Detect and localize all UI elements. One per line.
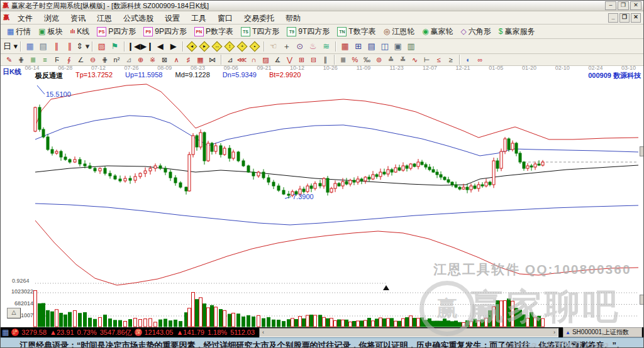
wave-icon[interactable]: ∿ bbox=[409, 55, 421, 64]
mdi-close-button[interactable]: ✕ bbox=[631, 13, 641, 23]
hexagon-button[interactable]: ◇六角形 bbox=[457, 26, 495, 37]
step-down-icon[interactable]: ≥ bbox=[445, 55, 457, 64]
infinity-icon[interactable]: ∞ bbox=[474, 55, 486, 64]
winner-service-button[interactable]: $赢家服务 bbox=[495, 26, 539, 37]
peak-icon[interactable]: ∧ bbox=[170, 55, 182, 64]
hatch-icon[interactable]: ∥ bbox=[319, 55, 331, 64]
sectors-button[interactable]: ▣板块 bbox=[35, 26, 66, 37]
percent-lines-icon[interactable]: % bbox=[349, 55, 361, 64]
arc-icon[interactable]: ∩ bbox=[248, 55, 260, 64]
menu-item-1[interactable]: 浏览 bbox=[38, 14, 65, 23]
band-line-icon[interactable]: ≚ bbox=[397, 55, 409, 64]
last-bar-icon[interactable]: ▶❙ bbox=[140, 41, 153, 52]
sharp-icon[interactable]: ♯ bbox=[182, 55, 194, 64]
target-icon[interactable]: ⊕ bbox=[135, 55, 147, 64]
crosshair-tool-icon[interactable]: ＋ bbox=[280, 41, 293, 52]
gann-diamond-v-icon[interactable]: ↕ bbox=[225, 41, 235, 52]
kline-grid-icon[interactable]: ▧ bbox=[95, 41, 108, 52]
menu-item-5[interactable]: 设置 bbox=[159, 14, 186, 23]
gann-diamond-right-icon[interactable]: ▸ bbox=[199, 41, 210, 52]
grid-plus-icon[interactable]: ⊞ bbox=[296, 55, 308, 64]
candle-style-dropdown[interactable]: ⇕ ▾ bbox=[76, 41, 89, 52]
percent-circle-icon[interactable]: ⊜ bbox=[373, 55, 385, 64]
save-icon[interactable]: ◫ bbox=[378, 41, 391, 52]
permille-icon[interactable]: ‰ bbox=[361, 55, 373, 64]
gann-fan-icon[interactable]: ⊿ bbox=[224, 55, 236, 64]
gann-grid-icon[interactable]: ≡ bbox=[39, 55, 51, 64]
calendar-icon[interactable]: ▦ bbox=[338, 41, 352, 52]
quote-grid-icon[interactable]: ▦ bbox=[2, 329, 9, 336]
gann-wheel-button[interactable]: ◎江恩轮 bbox=[380, 26, 418, 37]
splitter-button-top[interactable] bbox=[640, 146, 644, 156]
vee-icon[interactable]: ⋁ bbox=[284, 55, 296, 64]
star-burst-icon[interactable]: ※ bbox=[147, 55, 158, 64]
angle-icon[interactable]: ∠ bbox=[75, 55, 87, 64]
calculator-icon[interactable]: ⊞ bbox=[352, 41, 365, 52]
gann-diamond-dot-icon[interactable]: • bbox=[250, 41, 260, 52]
menu-item-0[interactable]: 文件 bbox=[12, 14, 38, 23]
first-bar-icon[interactable]: ❙◀ bbox=[127, 41, 140, 52]
spiral-icon[interactable]: ∮ bbox=[63, 55, 75, 64]
menu-item-3[interactable]: 江恩 bbox=[91, 14, 118, 23]
step-up-icon[interactable]: ≤ bbox=[433, 55, 445, 64]
report-icon[interactable]: ▤ bbox=[365, 41, 378, 52]
menu-item-4[interactable]: 公式选股 bbox=[118, 14, 159, 23]
t-number-button[interactable]: TNT数字表 bbox=[333, 26, 379, 37]
angle2-icon[interactable]: ∡ bbox=[272, 55, 284, 64]
ratio-table-icon[interactable]: ≣ bbox=[337, 55, 349, 64]
winner-wheel-button[interactable]: ◉赢家轮 bbox=[418, 26, 457, 37]
gann-diamond-left-icon[interactable]: ◂ bbox=[187, 41, 197, 52]
scroll-left-icon[interactable]: ‹ bbox=[262, 329, 264, 335]
mdi-restore-button[interactable]: ❐ bbox=[619, 13, 630, 23]
piggy-bank-icon[interactable]: ♨ bbox=[306, 41, 319, 52]
kline-button[interactable]: ılıK线 bbox=[67, 26, 94, 37]
kline-red2-icon[interactable]: ∥ bbox=[63, 41, 76, 52]
period-day-dropdown[interactable]: 日 ▾ bbox=[3, 41, 18, 52]
grid-minus-icon[interactable]: ⊟ bbox=[308, 55, 319, 64]
minimize-button[interactable]: – bbox=[605, 1, 616, 10]
next-bar-icon[interactable]: ▶ bbox=[167, 41, 180, 52]
menu-item-2[interactable]: 资讯 bbox=[65, 14, 91, 23]
sh-index-icon[interactable]: 沪 bbox=[11, 329, 19, 336]
flag-icon[interactable]: ⚑ bbox=[108, 41, 121, 52]
volume-pane-toggle-button[interactable]: △ bbox=[7, 308, 21, 318]
red-grid-icon[interactable]: ▦ bbox=[194, 55, 206, 64]
avg-line-icon[interactable]: ≙ bbox=[385, 55, 397, 64]
n-square-icon[interactable]: n² bbox=[111, 55, 123, 64]
menu-item-8[interactable]: 交易委托 bbox=[238, 14, 280, 23]
restore-button[interactable]: ❐ bbox=[618, 1, 629, 10]
rays-icon[interactable]: ⋘ bbox=[236, 55, 248, 64]
print-icon[interactable]: ▣ bbox=[391, 41, 404, 52]
triangle-ruler-icon[interactable]: ⊿ bbox=[123, 55, 135, 64]
mdi-minimize-button[interactable]: _ bbox=[608, 13, 618, 23]
hash2-icon[interactable]: ⋕ bbox=[99, 55, 111, 64]
menu-item-9[interactable]: 帮助 bbox=[280, 14, 306, 23]
quotes-button[interactable]: ▦行情 bbox=[3, 26, 35, 37]
sz-index-icon[interactable]: 深 bbox=[135, 329, 142, 336]
circle-minus-icon[interactable]: ⊖ bbox=[87, 55, 99, 64]
shaded-box-icon[interactable]: ▨ bbox=[260, 55, 272, 64]
hash-grid-icon[interactable]: ⋕ bbox=[15, 55, 27, 64]
clipboard-icon[interactable]: ▤ bbox=[36, 41, 50, 52]
bowtie-icon[interactable]: ⋈ bbox=[206, 55, 218, 64]
close-button[interactable]: ✕ bbox=[630, 1, 641, 10]
trend-lines-icon[interactable]: ≋ bbox=[319, 41, 333, 52]
zoom-tool-icon[interactable]: ⊙ bbox=[293, 41, 306, 52]
export-icon[interactable]: ▥ bbox=[404, 41, 418, 52]
splitter-button-bottom[interactable] bbox=[640, 295, 644, 305]
hand-tool-icon[interactable]: ☜ bbox=[267, 41, 280, 52]
pencil-tool-icon[interactable]: ✎ bbox=[3, 55, 15, 64]
gann-diamond-h-icon[interactable]: ↔ bbox=[212, 41, 223, 52]
menu-item-7[interactable]: 窗口 bbox=[212, 14, 238, 23]
gann-box-icon[interactable]: ≣ bbox=[27, 55, 39, 64]
t9-square-button[interactable]: T99T四方形 bbox=[283, 26, 333, 37]
channel-icon[interactable]: ⊢ bbox=[421, 55, 433, 64]
p-square-button[interactable]: PSP四方形 bbox=[93, 26, 140, 37]
boxed-x-icon[interactable]: ⊠ bbox=[158, 55, 170, 64]
fib-icon[interactable]: Ϝ bbox=[51, 55, 63, 64]
kline-red-icon[interactable]: ∥ bbox=[50, 41, 63, 52]
menu-item-6[interactable]: 工具 bbox=[186, 14, 212, 23]
chart-window-icon[interactable]: ▦ bbox=[23, 41, 36, 52]
p-number-button[interactable]: PNP数字表 bbox=[191, 26, 237, 37]
gann-diamond-plus-icon[interactable]: + bbox=[237, 41, 248, 52]
